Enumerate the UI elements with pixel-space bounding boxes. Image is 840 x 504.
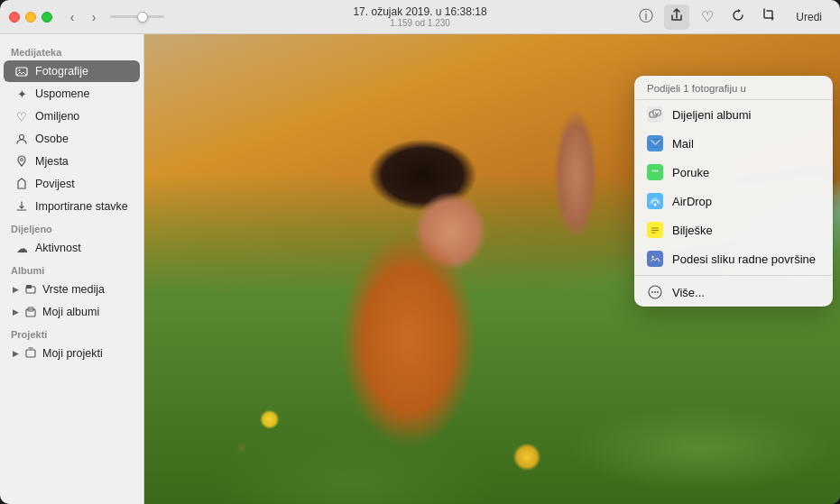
favorites-icon: ♡ (14, 109, 29, 124)
sidebar-label-aktivnost: Aktivnost (35, 242, 81, 254)
titlebar: ‹ › 17. ožujak 2019. u 16:38:18 1.159 od… (0, 0, 840, 34)
zoom-slider-area (110, 15, 164, 18)
sidebar-label-uspomene: Uspomene (35, 87, 89, 100)
sidebar-item-importirane[interactable]: Importirane stavke (4, 196, 140, 217)
minimize-button[interactable] (25, 12, 36, 23)
shared-albums-icon (647, 106, 663, 123)
places-icon (14, 154, 29, 169)
share-dropdown: Podijeli 1 fotografiju u Dijeljeni album… (634, 76, 833, 307)
sidebar-label-povijest: Povijest (35, 178, 75, 190)
sidebar: Medijateka Fotografije ✦ Uspomene ♡ Omil… (0, 34, 144, 504)
projects-section-label: Projekti (0, 324, 143, 342)
sidebar-label-vrste-medija: Vrste medija (42, 283, 105, 296)
sidebar-label-moji-albumi: Moji albumi (42, 306, 99, 318)
mail-label: Mail (672, 137, 694, 151)
my-albums-icon (23, 305, 38, 319)
share-shared-albums[interactable]: Dijeljeni albumi (634, 100, 833, 129)
chevron-moji-projekti: ▶ (13, 349, 19, 358)
photo-count: 1.159 od 1.230 (353, 18, 486, 28)
main-content: Medijateka Fotografije ✦ Uspomene ♡ Omil… (0, 34, 840, 504)
share-wallpaper[interactable]: Podesi sliku radne površine (634, 244, 833, 273)
traffic-lights (9, 12, 52, 23)
sidebar-item-aktivnost[interactable]: ☁ Aktivnost (4, 237, 140, 259)
zoom-slider-thumb[interactable] (137, 12, 148, 23)
dropdown-divider (634, 275, 833, 276)
messages-icon (647, 164, 663, 180)
albums-section-label: Albumi (0, 260, 143, 278)
svg-point-17 (654, 204, 657, 206)
toolbar-right: ⓘ ♡ (633, 5, 831, 30)
info-icon: ⓘ (639, 7, 653, 26)
svg-rect-8 (26, 350, 35, 357)
svg-point-14 (654, 170, 656, 172)
biljeske-label: Bilješke (672, 224, 713, 237)
maximize-button[interactable] (42, 12, 52, 23)
svg-point-2 (20, 135, 24, 140)
sidebar-item-vrste-medija[interactable]: ▶ Vrste medija (4, 279, 140, 300)
share-button[interactable] (664, 5, 689, 30)
media-types-icon (23, 282, 38, 297)
svg-point-1 (19, 69, 21, 71)
airdrop-icon (647, 193, 663, 209)
heart-icon: ♡ (701, 8, 714, 25)
photo-area[interactable]: Podijeli 1 fotografiju u Dijeljeni album… (144, 34, 840, 504)
svg-rect-5 (26, 285, 32, 289)
chevron-vrste-medija: ▶ (13, 285, 19, 294)
people-icon (14, 132, 29, 146)
wallpaper-label: Podesi sliku radne površine (672, 252, 816, 266)
photo-date: 17. ožujak 2019. u 16:38:18 (353, 5, 486, 18)
zoom-slider-track (110, 15, 164, 18)
sidebar-label-mjesta: Mjesta (35, 155, 69, 168)
share-poruke[interactable]: Poruke (634, 158, 833, 187)
share-airdrop[interactable]: AirDrop (634, 187, 833, 215)
airdrop-label: AirDrop (672, 195, 712, 208)
sidebar-label-omiljeno: Omiljeno (35, 110, 79, 123)
vise-label: Više... (672, 286, 705, 299)
svg-rect-22 (650, 254, 660, 263)
share-mail[interactable]: Mail (634, 129, 833, 158)
sidebar-item-moji-projekti[interactable]: ▶ Moji projekti (4, 343, 140, 364)
sidebar-item-mjesta[interactable]: Mjesta (4, 151, 140, 172)
svg-point-27 (657, 291, 659, 293)
wallpaper-icon (647, 251, 663, 267)
edit-button[interactable]: Uredi (787, 8, 831, 26)
rotate-button[interactable] (725, 5, 751, 30)
sidebar-item-povijest[interactable]: Povijest (4, 173, 140, 195)
sidebar-item-omiljeno[interactable]: ♡ Omiljeno (4, 105, 140, 127)
activity-icon: ☁ (14, 241, 29, 255)
crop-button[interactable] (756, 5, 781, 30)
info-button[interactable]: ⓘ (633, 5, 659, 30)
shared-section-label: Dijeljeno (0, 218, 143, 236)
dropdown-header: Podijeli 1 fotografiju u (634, 76, 833, 100)
sidebar-label-fotografije: Fotografije (35, 65, 88, 78)
mail-icon (647, 135, 663, 151)
svg-point-26 (654, 291, 656, 293)
history-icon (14, 177, 29, 191)
poruke-label: Poruke (672, 166, 709, 179)
forward-button[interactable]: › (85, 8, 103, 26)
svg-point-13 (652, 170, 654, 172)
favorite-button[interactable]: ♡ (695, 5, 720, 30)
sidebar-item-uspomene[interactable]: ✦ Uspomene (4, 83, 140, 105)
close-button[interactable] (9, 12, 20, 23)
chevron-moji-albumi: ▶ (13, 307, 19, 316)
back-button[interactable]: ‹ (63, 8, 81, 26)
sidebar-item-fotografije[interactable]: Fotografije (4, 60, 140, 82)
share-icon (669, 8, 684, 26)
more-icon (647, 284, 663, 300)
my-projects-icon (23, 346, 38, 361)
sidebar-label-osobe: Osobe (35, 133, 69, 145)
svg-point-25 (651, 291, 653, 293)
shared-albums-label: Dijeljeni albumi (672, 108, 751, 122)
sidebar-item-osobe[interactable]: Osobe (4, 128, 140, 150)
svg-point-3 (21, 159, 23, 161)
share-biljeske[interactable]: Bilješke (634, 215, 833, 244)
sidebar-item-moji-albumi[interactable]: ▶ Moji albumi (4, 301, 140, 323)
import-icon (14, 199, 29, 214)
crop-icon (762, 8, 776, 26)
photos-icon (14, 64, 29, 78)
memories-icon: ✦ (14, 87, 29, 101)
share-vise[interactable]: Više... (634, 278, 833, 307)
svg-point-15 (657, 170, 659, 172)
sidebar-label-importirane: Importirane stavke (35, 200, 128, 213)
